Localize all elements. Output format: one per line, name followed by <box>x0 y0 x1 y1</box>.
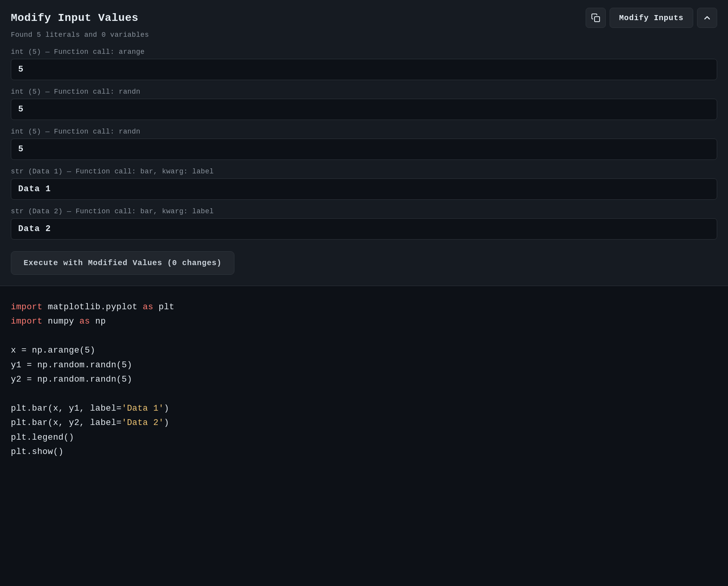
input-group-2: int (5) — Function call: randn <box>11 128 717 160</box>
input-label-0: int (5) — Function call: arange <box>11 48 717 56</box>
input-label-2: int (5) — Function call: randn <box>11 128 717 135</box>
code-line-6 <box>11 387 717 401</box>
page-title: Modify Input Values <box>11 12 138 24</box>
code-line-8: plt.bar(x, y2, label='Data 2') <box>11 416 717 430</box>
code-line-0: import matplotlib.pyplot as plt <box>11 300 717 314</box>
input-field-input-randn-2[interactable] <box>11 139 717 160</box>
code-line-7: plt.bar(x, y1, label='Data 1') <box>11 401 717 416</box>
execute-button[interactable]: Execute with Modified Values (0 changes) <box>11 251 234 275</box>
copy-icon <box>591 13 600 22</box>
modify-inputs-button[interactable]: Modify Inputs <box>610 8 693 28</box>
input-label-1: int (5) — Function call: randn <box>11 88 717 96</box>
header-actions: Modify Inputs <box>586 8 717 28</box>
input-group-0: int (5) — Function call: arange <box>11 48 717 80</box>
input-field-input-bar-label-2[interactable] <box>11 218 717 240</box>
input-group-3: str (Data 1) — Function call: bar, kwarg… <box>11 168 717 200</box>
input-field-input-randn-1[interactable] <box>11 99 717 120</box>
input-label-4: str (Data 2) — Function call: bar, kwarg… <box>11 207 717 215</box>
input-field-input-bar-label-1[interactable] <box>11 178 717 200</box>
keyword-import: import <box>11 302 43 312</box>
top-header: Modify Input Values Modify Inputs <box>11 8 717 28</box>
keyword-import: import <box>11 317 43 326</box>
copy-icon-button[interactable] <box>586 8 606 28</box>
code-line-4: y1 = np.random.randn(5) <box>11 358 717 372</box>
input-group-1: int (5) — Function call: randn <box>11 88 717 120</box>
top-panel: Modify Input Values Modify Inputs Found … <box>0 0 728 286</box>
svg-rect-0 <box>595 17 600 22</box>
input-group-4: str (Data 2) — Function call: bar, kwarg… <box>11 207 717 240</box>
code-line-3: x = np.arange(5) <box>11 343 717 358</box>
code-line-5: y2 = np.random.randn(5) <box>11 372 717 387</box>
inputs-container: int (5) — Function call: arangeint (5) —… <box>11 48 717 240</box>
keyword-as: as <box>143 302 153 312</box>
input-field-input-arange[interactable] <box>11 59 717 80</box>
code-line-10: plt.show() <box>11 445 717 459</box>
input-label-3: str (Data 1) — Function call: bar, kwarg… <box>11 168 717 175</box>
code-line-9: plt.legend() <box>11 430 717 445</box>
code-panel: import matplotlib.pyplot as pltimport nu… <box>0 286 728 473</box>
code-block: import matplotlib.pyplot as pltimport nu… <box>11 300 717 459</box>
code-line-2 <box>11 329 717 343</box>
subtitle: Found 5 literals and 0 variables <box>11 31 717 39</box>
keyword-as: as <box>79 317 90 326</box>
chevron-up-button[interactable] <box>697 8 717 28</box>
chevron-up-icon <box>702 13 712 22</box>
code-line-1: import numpy as np <box>11 314 717 329</box>
